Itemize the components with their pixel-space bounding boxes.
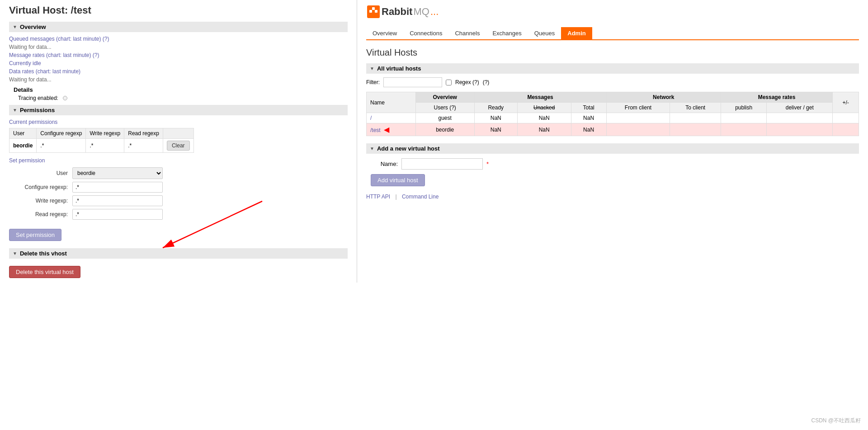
vhost-total-root: NaN: [571, 113, 606, 123]
set-permission-button[interactable]: Set permission: [9, 229, 61, 241]
delete-vhost-button[interactable]: Delete this virtual host: [9, 266, 80, 278]
clear-button[interactable]: Clear: [167, 141, 190, 151]
message-rates-info: Message rates (chart: last minute) (?): [9, 52, 348, 58]
delete-btn-container: Delete this virtual host: [9, 262, 348, 278]
filter-input[interactable]: [383, 77, 442, 87]
permissions-content: Current permissions User Configure regex…: [9, 119, 348, 241]
th-unacked: Unacked: [517, 103, 571, 113]
add-name-input[interactable]: [401, 158, 483, 170]
overview-content: Queued messages (chart: last minute) (?)…: [9, 36, 348, 101]
nav-connections[interactable]: Connections: [403, 27, 448, 39]
configure-field-label: Configure regexp:: [9, 184, 72, 190]
regex-question: (?): [483, 79, 490, 85]
all-vhosts-triangle: ▼: [370, 66, 374, 71]
add-vhost-triangle: ▼: [370, 146, 374, 151]
user-select[interactable]: beordie guest: [72, 167, 163, 179]
add-vhost-button[interactable]: Add virtual host: [371, 174, 425, 186]
vhost-link-test[interactable]: /test: [370, 127, 381, 133]
th-deliver-get: deliver / get: [767, 103, 833, 113]
vhost-name-test: /test ◀: [367, 123, 416, 136]
permissions-label: Permissions: [20, 107, 55, 113]
logo-text-rabbit: Rabbit: [382, 6, 412, 18]
col-write: Write regexp: [86, 128, 124, 139]
delete-triangle: ▼: [13, 251, 17, 256]
vhost-link-root[interactable]: /: [370, 115, 372, 121]
vhost-publish-test: [721, 123, 766, 136]
nav-exchanges[interactable]: Exchanges: [486, 27, 528, 39]
waiting-data-1: Waiting for data...: [9, 44, 348, 50]
col-read: Read regexp: [124, 128, 163, 139]
th-to-client: To client: [670, 103, 721, 113]
details-label: Details: [14, 86, 348, 93]
rabbitmq-logo: RabbitMQ...: [366, 5, 439, 19]
permissions-table-header: User Configure regexp Write regexp Read …: [9, 128, 194, 139]
vhost-unacked-test: NaN: [517, 123, 571, 136]
details-section: Details Tracing enabled:: [14, 86, 348, 101]
left-panel: Virtual Host: /test ▼ Overview Queued me…: [0, 0, 357, 430]
vhost-to-root: [670, 113, 721, 123]
th-total: Total: [571, 103, 606, 113]
overview-section-header: ▼ Overview: [9, 22, 348, 32]
vhosts-col-header-row: Users (?) Ready Unacked Total From clien…: [367, 103, 859, 113]
logo-text-mq: MQ: [413, 6, 429, 18]
perm-clear-cell: Clear: [163, 139, 193, 153]
read-field-label: Read regexp:: [9, 211, 72, 217]
queued-messages-info: Queued messages (chart: last minute) (?): [9, 36, 348, 42]
configure-form-row: Configure regexp:: [9, 182, 348, 193]
read-input[interactable]: [72, 209, 163, 220]
vhost-deliver-test: [767, 123, 833, 136]
main-nav: Overview Connections Channels Exchanges …: [366, 27, 859, 40]
vhost-row-root: / guest NaN NaN NaN: [367, 113, 859, 123]
watermark: CSDN @不吐西瓜籽: [808, 416, 863, 425]
link-separator: |: [395, 194, 396, 200]
filter-row: Filter: Regex (?) (?): [366, 77, 859, 87]
read-form-row: Read regexp:: [9, 209, 348, 220]
user-field-label: User: [9, 170, 72, 176]
vhost-publish-root: [721, 113, 766, 123]
vhost-users-root: guest: [415, 113, 474, 123]
permissions-triangle: ▼: [13, 108, 17, 113]
nav-overview[interactable]: Overview: [366, 27, 403, 39]
write-input[interactable]: [72, 195, 163, 206]
nav-admin[interactable]: Admin: [561, 27, 592, 39]
tracing-label: Tracing enabled:: [18, 95, 58, 101]
data-rates-info: Data rates (chart: last minute): [9, 68, 348, 75]
th-name-group: Name: [367, 92, 416, 113]
page-title: Virtual Host: /test: [9, 5, 348, 16]
vhost-deliver-root: [767, 113, 833, 123]
vhost-from-root: [606, 113, 670, 123]
vhost-pm-test: [833, 123, 859, 136]
nav-channels[interactable]: Channels: [448, 27, 486, 39]
th-ready: Ready: [474, 103, 517, 113]
tracing-indicator: [63, 96, 67, 100]
waiting-data-2: Waiting for data...: [9, 76, 348, 83]
all-vhosts-label: All virtual hosts: [377, 65, 421, 72]
overview-triangle: ▼: [13, 24, 17, 29]
vhost-total-test: NaN: [571, 123, 606, 136]
perm-write: .*: [86, 139, 124, 153]
th-users: Users (?): [415, 103, 474, 113]
perm-configure: .*: [37, 139, 86, 153]
logo-dots: ...: [430, 6, 439, 18]
vhost-ready-test: NaN: [474, 123, 517, 136]
bottom-links: HTTP API | Command Line: [366, 194, 859, 200]
th-message-rates-group: Message rates: [721, 92, 832, 103]
add-vhost-label: Add a new virtual host: [377, 145, 440, 152]
http-api-link[interactable]: HTTP API: [366, 194, 390, 200]
add-vhost-header: ▼ Add a new virtual host: [366, 143, 859, 154]
filter-label: Filter:: [366, 79, 380, 85]
th-plusminus-group: +/-: [833, 92, 859, 113]
add-name-label: Name:: [371, 161, 398, 167]
nav-queues[interactable]: Queues: [528, 27, 561, 39]
col-configure: Configure regexp: [37, 128, 86, 139]
tracing-row: Tracing enabled:: [18, 95, 348, 101]
command-line-link[interactable]: Command Line: [402, 194, 439, 200]
th-from-client: From client: [606, 103, 670, 113]
add-name-row: Name: *: [371, 158, 859, 170]
configure-input[interactable]: [72, 182, 163, 193]
highlight-arrow: ◀: [384, 126, 389, 133]
user-form-row: User beordie guest: [9, 167, 348, 179]
vhost-users-test: beordie: [415, 123, 474, 136]
perm-read: .*: [124, 139, 163, 153]
regex-checkbox[interactable]: [446, 80, 452, 85]
